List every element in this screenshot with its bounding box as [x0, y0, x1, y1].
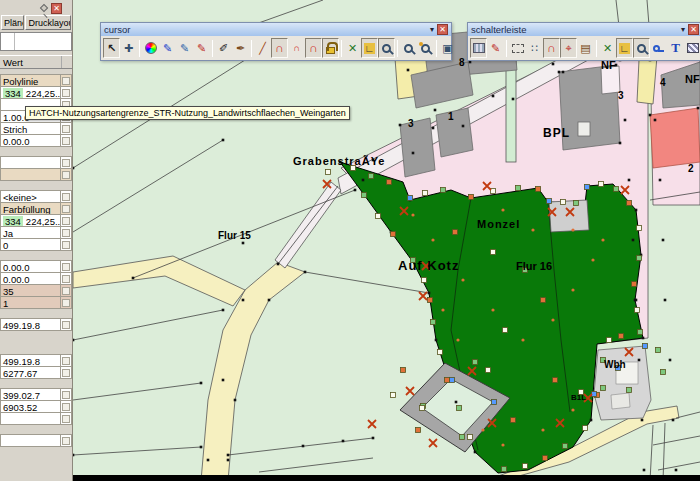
zoom-region-button[interactable]: [633, 38, 650, 58]
row-checkbox[interactable]: [62, 275, 70, 283]
snap-cross-button[interactable]: ✕: [344, 38, 361, 58]
magnet-frame-button[interactable]: ∩: [305, 38, 322, 58]
snap-cross-button[interactable]: ✕: [599, 38, 616, 58]
property-row[interactable]: 0: [0, 238, 72, 251]
property-value: Farbfüllung: [1, 203, 60, 214]
property-row[interactable]: 1: [0, 296, 72, 309]
close-icon[interactable]: ✕: [437, 24, 448, 35]
property-row[interactable]: 6903.52: [0, 400, 72, 413]
property-row[interactable]: 35: [0, 284, 72, 297]
row-checkbox[interactable]: [62, 89, 70, 97]
toolbar-titlebar[interactable]: schalterleiste▾✕: [468, 23, 700, 36]
row-checkbox[interactable]: [62, 299, 70, 307]
property-row[interactable]: [0, 168, 72, 181]
map-label-wbh: Wbh: [604, 360, 626, 370]
row-checkbox[interactable]: [62, 403, 70, 411]
row-checkbox[interactable]: [62, 193, 70, 201]
lock-button[interactable]: [322, 38, 339, 58]
vertex-dot: [200, 446, 203, 449]
row-checkbox[interactable]: [62, 357, 70, 365]
row-checkbox[interactable]: [62, 263, 70, 271]
property-row[interactable]: 334224,25..: [0, 86, 72, 99]
row-checkbox[interactable]: [62, 321, 70, 329]
vertex-dot: [590, 419, 593, 422]
property-row[interactable]: 0.00.0: [0, 272, 72, 285]
snap-marker: [627, 388, 632, 393]
close-icon[interactable]: ✕: [51, 3, 62, 14]
screen-fit-button[interactable]: ▣: [439, 38, 456, 58]
point-grid-button[interactable]: ∷: [526, 38, 543, 58]
row-checkbox[interactable]: [62, 171, 70, 179]
key-button[interactable]: [650, 38, 667, 58]
property-row[interactable]: 499.19.8: [0, 318, 72, 331]
redline-pen-button[interactable]: ✎: [487, 38, 504, 58]
snap-marker: [441, 188, 446, 193]
property-row[interactable]: [0, 434, 72, 447]
property-row[interactable]: 334224,25..: [0, 214, 72, 227]
property-row[interactable]: Polylinie: [0, 74, 72, 87]
row-checkbox[interactable]: [62, 125, 70, 133]
magnet-button[interactable]: ∩: [271, 38, 288, 58]
row-checkbox[interactable]: [62, 437, 70, 445]
chevron-down-icon[interactable]: ▾: [430, 25, 434, 34]
draw-polyline-button[interactable]: ✎: [176, 38, 193, 58]
snap-target-button[interactable]: ⌖: [560, 38, 577, 58]
property-row[interactable]: 499.19.8: [0, 354, 72, 367]
property-row[interactable]: 399.02.7: [0, 388, 72, 401]
row-checkbox[interactable]: [62, 159, 70, 167]
property-row[interactable]: <keine>: [0, 190, 72, 203]
hatch-button[interactable]: [684, 38, 700, 58]
pipette-button[interactable]: ✐: [215, 38, 232, 58]
row-checkbox[interactable]: [62, 205, 70, 213]
property-row[interactable]: [0, 156, 72, 169]
clipboard-button[interactable]: ▤: [577, 38, 594, 58]
select-cursor-button[interactable]: ↖: [103, 38, 120, 58]
zoom-in-button[interactable]: [400, 38, 417, 58]
map-viewport[interactable]: GrabenstraÃYeFlur 15Auf KotzMonzelFlur 1…: [73, 0, 700, 481]
panel-filter-row[interactable]: [0, 32, 72, 51]
draw-redline-button[interactable]: ✎: [193, 38, 210, 58]
property-row[interactable]: Strich: [0, 122, 72, 135]
property-row[interactable]: Ja: [0, 226, 72, 239]
magnet-point-button[interactable]: ∩: [288, 38, 305, 58]
chevron-down-icon[interactable]: ▾: [681, 25, 685, 34]
panel-tabs: Pläne Drucklayouts: [0, 14, 72, 31]
color-wheel-button[interactable]: [142, 38, 159, 58]
toolbar-titlebar[interactable]: cursor▾✕: [101, 23, 451, 36]
row-checkbox[interactable]: [62, 391, 70, 399]
zoom-region-button[interactable]: [378, 38, 395, 58]
measure-line-button[interactable]: ╱: [254, 38, 271, 58]
property-row[interactable]: Farbfüllung: [0, 202, 72, 215]
draw-line-button[interactable]: ✎: [159, 38, 176, 58]
pin-icon[interactable]: [40, 4, 48, 12]
property-row[interactable]: 0.00.0: [0, 260, 72, 273]
row-checkbox[interactable]: [62, 137, 70, 145]
pan-move-button[interactable]: ✚: [120, 38, 137, 58]
property-row[interactable]: 0.00.0: [0, 134, 72, 147]
row-checkbox[interactable]: [62, 77, 70, 85]
text-button[interactable]: T: [667, 38, 684, 58]
tab-drucklayouts[interactable]: Drucklayouts: [25, 15, 71, 30]
property-row[interactable]: [0, 412, 72, 425]
magnet-button[interactable]: ∩: [543, 38, 560, 58]
row-checkbox[interactable]: [62, 415, 70, 423]
zoom-region-icon: [637, 44, 646, 53]
speck-dot: [501, 208, 504, 211]
brush-button[interactable]: ✒: [232, 38, 249, 58]
vertex-dot: [624, 119, 627, 122]
raster-image-button[interactable]: [470, 38, 487, 58]
zoom-all-button[interactable]: [417, 38, 434, 58]
row-checkbox[interactable]: [62, 241, 70, 249]
row-checkbox[interactable]: [62, 369, 70, 377]
ruler-lock-button[interactable]: ∟: [616, 38, 633, 58]
selection-frame-button[interactable]: [509, 38, 526, 58]
property-row[interactable]: 6277.67: [0, 366, 72, 379]
close-icon[interactable]: ✕: [688, 24, 699, 35]
row-checkbox[interactable]: [62, 287, 70, 295]
row-checkbox[interactable]: [62, 217, 70, 225]
ruler-lock-button[interactable]: ∟: [361, 38, 378, 58]
tab-plaene[interactable]: Pläne: [1, 15, 24, 30]
row-checkbox[interactable]: [62, 229, 70, 237]
property-value: Ja: [1, 227, 60, 238]
zoom-region-icon: [382, 44, 391, 53]
